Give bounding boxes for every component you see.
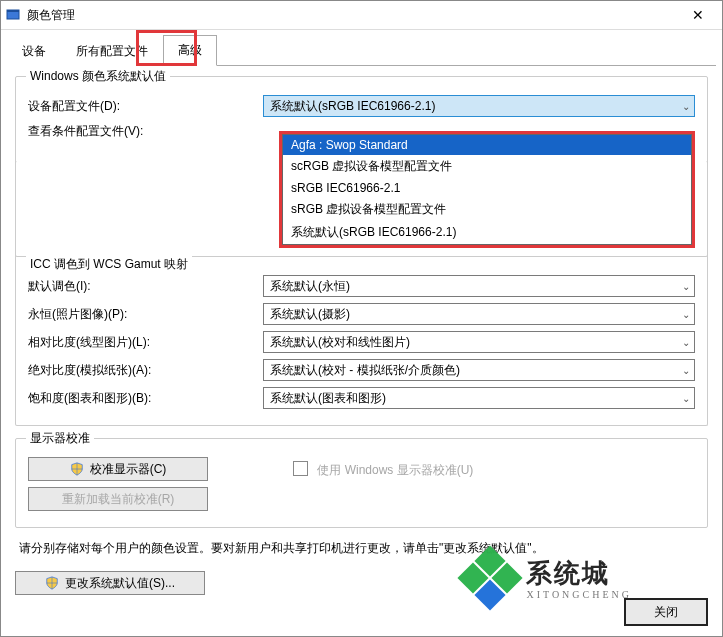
checkbox-icon xyxy=(293,461,308,476)
change-system-defaults-button[interactable]: 更改系统默认值(S)... xyxy=(15,571,205,595)
saturation-label: 饱和度(图表和图形)(B): xyxy=(28,390,263,407)
relative-select[interactable]: 系统默认(校对和线性图片) ⌄ xyxy=(263,331,695,353)
chevron-down-icon: ⌄ xyxy=(682,393,690,404)
device-profile-dropdown: Agfa : Swop Standard scRGB 虚拟设备模型配置文件 sR… xyxy=(279,131,695,248)
row-absolute: 绝对比度(模拟纸张)(A): 系统默认(校对 - 模拟纸张/介质颜色) ⌄ xyxy=(28,359,695,381)
dropdown-option-agfa[interactable]: Agfa : Swop Standard xyxy=(283,135,691,155)
viewing-conditions-label: 查看条件配置文件(V): xyxy=(28,123,263,140)
relative-label: 相对比度(线型图片)(L): xyxy=(28,334,263,351)
chevron-down-icon: ⌄ xyxy=(682,337,690,348)
dropdown-option-srgb-virtual[interactable]: sRGB 虚拟设备模型配置文件 xyxy=(283,198,691,221)
group-display-calibration: 显示器校准 校准显示器(C) 使用 Windows 显示器校准(U) xyxy=(15,438,708,528)
row-saturation: 饱和度(图表和图形)(B): 系统默认(图表和图形) ⌄ xyxy=(28,387,695,409)
absolute-value: 系统默认(校对 - 模拟纸张/介质颜色) xyxy=(270,362,460,379)
perceptual-value: 系统默认(摄影) xyxy=(270,306,350,323)
shield-icon xyxy=(70,462,84,476)
use-windows-calibration-option[interactable]: 使用 Windows 显示器校准(U) xyxy=(293,459,473,479)
tab-content: Windows 颜色系统默认值 设备配置文件(D): 系统默认(sRGB IEC… xyxy=(1,66,722,601)
window-title: 颜色管理 xyxy=(27,7,678,24)
app-icon xyxy=(5,7,21,23)
group-title: 显示器校准 xyxy=(26,430,94,447)
svg-rect-1 xyxy=(7,10,19,12)
row-relative: 相对比度(线型图片)(L): 系统默认(校对和线性图片) ⌄ xyxy=(28,331,695,353)
row-default-tone: 默认调色(I): 系统默认(永恒) ⌄ xyxy=(28,275,695,297)
tab-all-profiles[interactable]: 所有配置文件 xyxy=(61,36,163,66)
chevron-down-icon: ⌄ xyxy=(682,281,690,292)
close-button-label: 关闭 xyxy=(654,604,678,621)
titlebar: 颜色管理 ✕ xyxy=(1,1,722,30)
instructions-text: 请分别存储对每个用户的颜色设置。要对新用户和共享打印机进行更改，请单击"更改系统… xyxy=(19,540,704,557)
dropdown-option-system-default[interactable]: 系统默认(sRGB IEC61966-2.1) xyxy=(283,221,691,244)
relative-value: 系统默认(校对和线性图片) xyxy=(270,334,410,351)
row-calibrate: 校准显示器(C) 使用 Windows 显示器校准(U) xyxy=(28,457,695,481)
reload-calibration-label: 重新加载当前校准(R) xyxy=(62,491,175,508)
device-profile-select[interactable]: 系统默认(sRGB IEC61966-2.1) ⌄ xyxy=(263,95,695,117)
dropdown-option-srgb[interactable]: sRGB IEC61966-2.1 xyxy=(283,178,691,198)
default-tone-value: 系统默认(永恒) xyxy=(270,278,350,295)
shield-icon xyxy=(45,576,59,590)
absolute-label: 绝对比度(模拟纸张)(A): xyxy=(28,362,263,379)
device-profile-value: 系统默认(sRGB IEC61966-2.1) xyxy=(270,98,435,115)
dropdown-option-scrgb[interactable]: scRGB 虚拟设备模型配置文件 xyxy=(283,155,691,178)
row-reload: 重新加载当前校准(R) xyxy=(28,487,695,511)
close-button[interactable]: 关闭 xyxy=(624,598,708,626)
saturation-select[interactable]: 系统默认(图表和图形) ⌄ xyxy=(263,387,695,409)
row-perceptual: 永恒(照片图像)(P): 系统默认(摄影) ⌄ xyxy=(28,303,695,325)
perceptual-select[interactable]: 系统默认(摄影) ⌄ xyxy=(263,303,695,325)
use-windows-calibration-label: 使用 Windows 显示器校准(U) xyxy=(317,463,473,477)
dialog-footer: 关闭 xyxy=(624,598,708,626)
tab-advanced[interactable]: 高级 xyxy=(163,35,217,66)
reload-calibration-button[interactable]: 重新加载当前校准(R) xyxy=(28,487,208,511)
tab-strip: 设备 所有配置文件 高级 xyxy=(1,30,722,65)
group-title: Windows 颜色系统默认值 xyxy=(26,68,170,85)
change-system-defaults-label: 更改系统默认值(S)... xyxy=(65,575,175,592)
tab-devices[interactable]: 设备 xyxy=(7,36,61,66)
device-profile-label: 设备配置文件(D): xyxy=(28,98,263,115)
chevron-down-icon: ⌄ xyxy=(682,365,690,376)
chevron-down-icon: ⌄ xyxy=(682,309,690,320)
perceptual-label: 永恒(照片图像)(P): xyxy=(28,306,263,323)
default-tone-select[interactable]: 系统默认(永恒) ⌄ xyxy=(263,275,695,297)
window-close-button[interactable]: ✕ xyxy=(678,7,718,23)
calibrate-display-button[interactable]: 校准显示器(C) xyxy=(28,457,208,481)
color-management-window: 颜色管理 ✕ 设备 所有配置文件 高级 Windows 颜色系统默认值 设备配置… xyxy=(0,0,723,637)
absolute-select[interactable]: 系统默认(校对 - 模拟纸张/介质颜色) ⌄ xyxy=(263,359,695,381)
default-tone-label: 默认调色(I): xyxy=(28,278,263,295)
group-title: ICC 调色到 WCS Gamut 映射 xyxy=(26,256,192,273)
row-device-profile: 设备配置文件(D): 系统默认(sRGB IEC61966-2.1) ⌄ xyxy=(28,95,695,117)
saturation-value: 系统默认(图表和图形) xyxy=(270,390,386,407)
chevron-down-icon: ⌄ xyxy=(682,101,690,112)
calibrate-display-label: 校准显示器(C) xyxy=(90,461,167,478)
